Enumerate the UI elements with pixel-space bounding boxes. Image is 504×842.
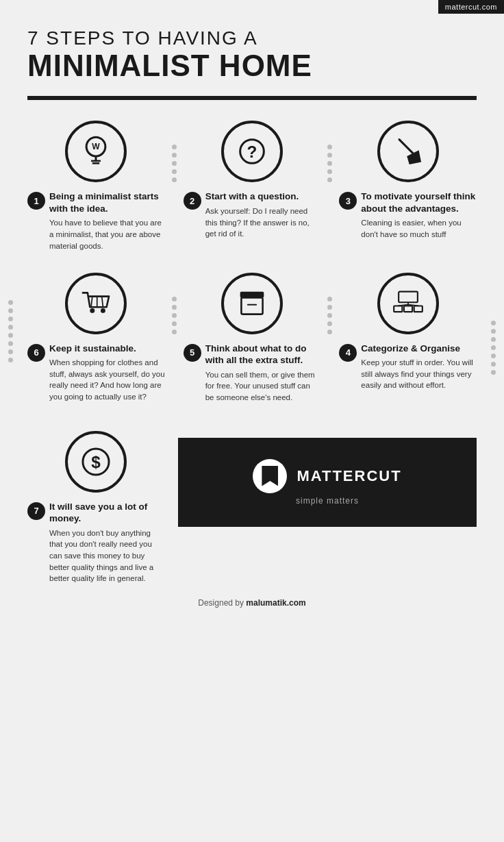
- svg-line-10: [91, 296, 92, 307]
- icon-area-7: $: [27, 431, 164, 493]
- step-number-7: 7: [27, 502, 45, 520]
- question-icon-circle: ?: [221, 121, 283, 182]
- step-col-7: $ 7 It will save you a lot of money. Whe…: [21, 424, 171, 591]
- side-dots-right: [491, 321, 496, 375]
- dots-6-5: [172, 266, 177, 334]
- step-text-block-2: 2 Start with a question. Ask yourself: D…: [184, 190, 321, 240]
- cart-icon-circle: [65, 273, 127, 334]
- step-heading-1: Being a minimalist starts with the idea.: [49, 190, 165, 214]
- steps-row-1: W 1 Being a minimalist starts with the i…: [21, 114, 483, 258]
- steps-section: W 1 Being a minimalist starts with the i…: [0, 107, 504, 423]
- step-body-1: You have to believe that you are a minim…: [49, 217, 165, 251]
- brand-box: MATTERCUT simple matters: [178, 438, 477, 527]
- broom-icon: [390, 134, 426, 169]
- cart-icon: [78, 286, 114, 321]
- step-text-block-6: 6 Keep it sustainable. When shopping for…: [27, 343, 165, 403]
- network-icon: [390, 286, 426, 321]
- svg-text:?: ?: [247, 143, 257, 161]
- dollar-icon-circle: $: [65, 431, 127, 493]
- brand-inner: MATTERCUT: [253, 459, 401, 493]
- footer-credit-text: Designed by: [198, 598, 244, 608]
- svg-point-13: [90, 308, 95, 312]
- lightbulb-icon: W: [78, 134, 114, 169]
- step-number-2: 2: [184, 192, 201, 210]
- step-number-4: 4: [339, 344, 357, 362]
- step-body-4: Keep your stuff in order. You will still…: [361, 357, 477, 391]
- side-dots-left: [8, 300, 13, 362]
- dollar-icon: $: [78, 444, 114, 480]
- step-col-5: 5 Think about what to do with all the ex…: [177, 266, 328, 410]
- icon-area-6: [27, 273, 165, 334]
- step-body-2: Ask yourself: Do I really need this thin…: [205, 206, 321, 240]
- box-icon-circle: [221, 273, 283, 334]
- divider: [27, 96, 477, 100]
- svg-rect-16: [241, 297, 262, 314]
- network-icon-circle: [377, 273, 439, 334]
- lightbulb-icon-circle: W: [65, 121, 127, 182]
- dots-5-4: [327, 266, 332, 334]
- step-col-4: 4 Categorize & Organise Keep your stuff …: [332, 266, 483, 399]
- footer-credit: Designed by malumatik.com: [21, 598, 483, 615]
- step-heading-4: Categorize & Organise: [361, 343, 477, 355]
- step-body-3: Cleaning is easier, when you don't have …: [361, 217, 477, 240]
- svg-rect-15: [240, 291, 264, 297]
- svg-marker-8: [407, 151, 421, 165]
- icon-area-4: [339, 273, 477, 334]
- step-number-5: 5: [184, 344, 201, 362]
- step-text-1: Being a minimalist starts with the idea.…: [49, 190, 165, 251]
- step-text-3: To motivate yourself think about the adv…: [361, 190, 477, 240]
- step-text-block-7: 7 It will save you a lot of money. When …: [27, 501, 164, 584]
- icon-area-1: W: [27, 121, 165, 182]
- step-number-3: 3: [339, 192, 357, 210]
- step-heading-7: It will save you a lot of money.: [49, 501, 164, 525]
- broom-icon-circle: [377, 121, 439, 182]
- icon-area-2: ?: [184, 121, 321, 182]
- step-heading-5: Think about what to do with all the extr…: [205, 343, 321, 367]
- step-number-1: 1: [27, 192, 45, 210]
- dots-2-3: [327, 114, 332, 182]
- icon-area-5: [184, 273, 321, 334]
- icon-area-3: [339, 121, 477, 182]
- step-text-7: It will save you a lot of money. When yo…: [49, 501, 164, 584]
- site-badge: mattercut.com: [438, 0, 504, 14]
- step-text-block-1: 1 Being a minimalist starts with the ide…: [27, 190, 165, 251]
- header-title: Minimalist Home: [27, 49, 477, 82]
- dots-1-2: [172, 114, 177, 182]
- step-col-2: ? 2 Start with a question. Ask yourself:…: [177, 114, 328, 247]
- step-col-3: 3 To motivate yourself think about the a…: [332, 114, 483, 247]
- step-text-6: Keep it sustainable. When shopping for c…: [49, 343, 165, 403]
- svg-line-7: [399, 140, 415, 156]
- step-heading-2: Start with a question.: [205, 190, 321, 203]
- svg-rect-19: [394, 306, 402, 312]
- step-text-2: Start with a question. Ask yourself: Do …: [205, 190, 321, 240]
- header-subtitle: 7 Steps to Having a: [27, 27, 477, 49]
- step-number-6: 6: [27, 344, 45, 362]
- brand-logo-icon: [253, 459, 287, 493]
- brand-tagline: simple matters: [296, 496, 359, 506]
- bottom-section: $ 7 It will save you a lot of money. Whe…: [0, 424, 504, 628]
- svg-rect-20: [404, 306, 412, 312]
- header: 7 Steps to Having a Minimalist Home: [0, 0, 504, 82]
- step-text-block-5: 5 Think about what to do with all the ex…: [184, 343, 321, 404]
- brand-bookmark-icon: [262, 466, 278, 486]
- step-heading-3: To motivate yourself think about the adv…: [361, 190, 477, 214]
- box-icon: [234, 286, 270, 321]
- step-text-5: Think about what to do with all the extr…: [205, 343, 321, 404]
- svg-point-14: [101, 308, 105, 312]
- step7-row: $ 7 It will save you a lot of money. Whe…: [21, 424, 483, 591]
- step-body-5: You can sell them, or give them for free…: [205, 369, 321, 404]
- question-icon: ?: [234, 134, 270, 169]
- step-body-7: When you don't buy anything that you don…: [49, 528, 164, 584]
- svg-text:W: W: [92, 143, 101, 152]
- step-col-6: 6 Keep it sustainable. When shopping for…: [21, 266, 172, 410]
- step-heading-6: Keep it sustainable.: [49, 343, 165, 355]
- step-text-block-4: 4 Categorize & Organise Keep your stuff …: [339, 343, 477, 392]
- svg-text:$: $: [91, 452, 101, 471]
- page: mattercut.com 7 Steps to Having a Minima…: [0, 0, 504, 842]
- step-col-1: W 1 Being a minimalist starts with the i…: [21, 114, 172, 258]
- svg-line-12: [102, 296, 103, 307]
- brand-name-text: MATTERCUT: [297, 467, 401, 485]
- step-text-4: Categorize & Organise Keep your stuff in…: [361, 343, 477, 392]
- footer-credit-link: malumatik.com: [246, 598, 305, 608]
- step-text-block-3: 3 To motivate yourself think about the a…: [339, 190, 477, 240]
